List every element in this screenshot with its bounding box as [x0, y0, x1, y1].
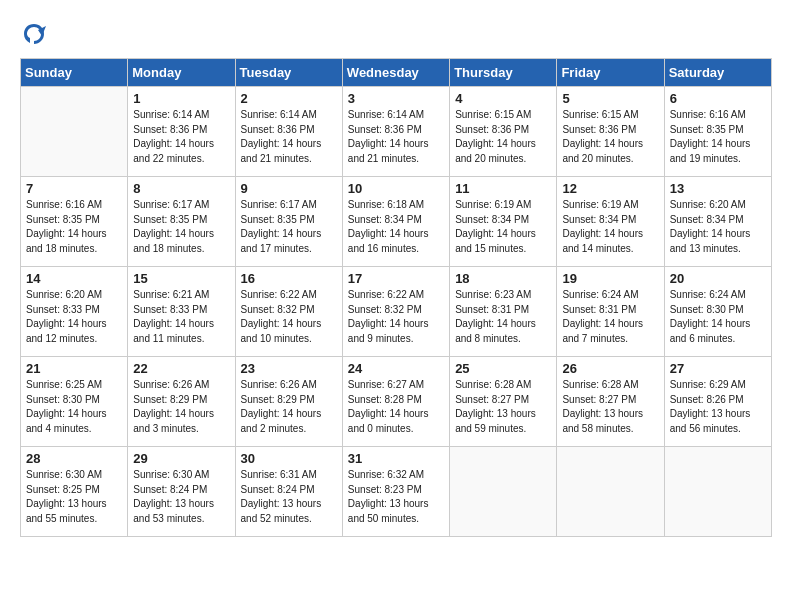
- calendar-cell: 31Sunrise: 6:32 AMSunset: 8:23 PMDayligh…: [342, 447, 449, 537]
- day-number: 18: [455, 271, 551, 286]
- cell-content: Sunrise: 6:23 AMSunset: 8:31 PMDaylight:…: [455, 288, 551, 346]
- cell-content: Sunrise: 6:14 AMSunset: 8:36 PMDaylight:…: [348, 108, 444, 166]
- day-number: 22: [133, 361, 229, 376]
- day-number: 27: [670, 361, 766, 376]
- day-number: 3: [348, 91, 444, 106]
- day-number: 12: [562, 181, 658, 196]
- calendar-cell: 1Sunrise: 6:14 AMSunset: 8:36 PMDaylight…: [128, 87, 235, 177]
- calendar-cell: 29Sunrise: 6:30 AMSunset: 8:24 PMDayligh…: [128, 447, 235, 537]
- calendar-cell: 23Sunrise: 6:26 AMSunset: 8:29 PMDayligh…: [235, 357, 342, 447]
- day-number: 30: [241, 451, 337, 466]
- day-number: 29: [133, 451, 229, 466]
- cell-content: Sunrise: 6:19 AMSunset: 8:34 PMDaylight:…: [455, 198, 551, 256]
- day-number: 1: [133, 91, 229, 106]
- header: [20, 20, 772, 48]
- calendar-cell: 10Sunrise: 6:18 AMSunset: 8:34 PMDayligh…: [342, 177, 449, 267]
- day-number: 10: [348, 181, 444, 196]
- cell-content: Sunrise: 6:14 AMSunset: 8:36 PMDaylight:…: [241, 108, 337, 166]
- day-number: 31: [348, 451, 444, 466]
- cell-content: Sunrise: 6:30 AMSunset: 8:24 PMDaylight:…: [133, 468, 229, 526]
- calendar-cell: 18Sunrise: 6:23 AMSunset: 8:31 PMDayligh…: [450, 267, 557, 357]
- weekday-header-monday: Monday: [128, 59, 235, 87]
- calendar-cell: 25Sunrise: 6:28 AMSunset: 8:27 PMDayligh…: [450, 357, 557, 447]
- weekday-header-tuesday: Tuesday: [235, 59, 342, 87]
- cell-content: Sunrise: 6:24 AMSunset: 8:31 PMDaylight:…: [562, 288, 658, 346]
- cell-content: Sunrise: 6:19 AMSunset: 8:34 PMDaylight:…: [562, 198, 658, 256]
- day-number: 21: [26, 361, 122, 376]
- day-number: 11: [455, 181, 551, 196]
- calendar-cell: [21, 87, 128, 177]
- logo-icon: [20, 20, 48, 48]
- week-row-2: 7Sunrise: 6:16 AMSunset: 8:35 PMDaylight…: [21, 177, 772, 267]
- day-number: 2: [241, 91, 337, 106]
- day-number: 19: [562, 271, 658, 286]
- cell-content: Sunrise: 6:17 AMSunset: 8:35 PMDaylight:…: [133, 198, 229, 256]
- day-number: 17: [348, 271, 444, 286]
- week-row-5: 28Sunrise: 6:30 AMSunset: 8:25 PMDayligh…: [21, 447, 772, 537]
- day-number: 16: [241, 271, 337, 286]
- cell-content: Sunrise: 6:25 AMSunset: 8:30 PMDaylight:…: [26, 378, 122, 436]
- cell-content: Sunrise: 6:24 AMSunset: 8:30 PMDaylight:…: [670, 288, 766, 346]
- calendar-cell: 12Sunrise: 6:19 AMSunset: 8:34 PMDayligh…: [557, 177, 664, 267]
- calendar-cell: [450, 447, 557, 537]
- day-number: 25: [455, 361, 551, 376]
- cell-content: Sunrise: 6:31 AMSunset: 8:24 PMDaylight:…: [241, 468, 337, 526]
- cell-content: Sunrise: 6:15 AMSunset: 8:36 PMDaylight:…: [562, 108, 658, 166]
- day-number: 26: [562, 361, 658, 376]
- cell-content: Sunrise: 6:26 AMSunset: 8:29 PMDaylight:…: [241, 378, 337, 436]
- cell-content: Sunrise: 6:28 AMSunset: 8:27 PMDaylight:…: [455, 378, 551, 436]
- day-number: 13: [670, 181, 766, 196]
- calendar-cell: 26Sunrise: 6:28 AMSunset: 8:27 PMDayligh…: [557, 357, 664, 447]
- calendar-cell: 7Sunrise: 6:16 AMSunset: 8:35 PMDaylight…: [21, 177, 128, 267]
- cell-content: Sunrise: 6:30 AMSunset: 8:25 PMDaylight:…: [26, 468, 122, 526]
- cell-content: Sunrise: 6:26 AMSunset: 8:29 PMDaylight:…: [133, 378, 229, 436]
- cell-content: Sunrise: 6:21 AMSunset: 8:33 PMDaylight:…: [133, 288, 229, 346]
- cell-content: Sunrise: 6:15 AMSunset: 8:36 PMDaylight:…: [455, 108, 551, 166]
- calendar-cell: 9Sunrise: 6:17 AMSunset: 8:35 PMDaylight…: [235, 177, 342, 267]
- calendar-cell: 14Sunrise: 6:20 AMSunset: 8:33 PMDayligh…: [21, 267, 128, 357]
- day-number: 8: [133, 181, 229, 196]
- day-number: 7: [26, 181, 122, 196]
- cell-content: Sunrise: 6:14 AMSunset: 8:36 PMDaylight:…: [133, 108, 229, 166]
- day-number: 15: [133, 271, 229, 286]
- cell-content: Sunrise: 6:20 AMSunset: 8:34 PMDaylight:…: [670, 198, 766, 256]
- weekday-header-wednesday: Wednesday: [342, 59, 449, 87]
- day-number: 6: [670, 91, 766, 106]
- cell-content: Sunrise: 6:32 AMSunset: 8:23 PMDaylight:…: [348, 468, 444, 526]
- calendar-cell: 22Sunrise: 6:26 AMSunset: 8:29 PMDayligh…: [128, 357, 235, 447]
- weekday-header-sunday: Sunday: [21, 59, 128, 87]
- day-number: 23: [241, 361, 337, 376]
- calendar-cell: 16Sunrise: 6:22 AMSunset: 8:32 PMDayligh…: [235, 267, 342, 357]
- day-number: 24: [348, 361, 444, 376]
- calendar-cell: 4Sunrise: 6:15 AMSunset: 8:36 PMDaylight…: [450, 87, 557, 177]
- cell-content: Sunrise: 6:18 AMSunset: 8:34 PMDaylight:…: [348, 198, 444, 256]
- calendar-cell: 6Sunrise: 6:16 AMSunset: 8:35 PMDaylight…: [664, 87, 771, 177]
- calendar-cell: 24Sunrise: 6:27 AMSunset: 8:28 PMDayligh…: [342, 357, 449, 447]
- cell-content: Sunrise: 6:28 AMSunset: 8:27 PMDaylight:…: [562, 378, 658, 436]
- cell-content: Sunrise: 6:16 AMSunset: 8:35 PMDaylight:…: [670, 108, 766, 166]
- calendar-cell: 11Sunrise: 6:19 AMSunset: 8:34 PMDayligh…: [450, 177, 557, 267]
- calendar-cell: 8Sunrise: 6:17 AMSunset: 8:35 PMDaylight…: [128, 177, 235, 267]
- week-row-4: 21Sunrise: 6:25 AMSunset: 8:30 PMDayligh…: [21, 357, 772, 447]
- logo: [20, 20, 52, 48]
- weekday-header-row: SundayMondayTuesdayWednesdayThursdayFrid…: [21, 59, 772, 87]
- calendar-cell: 28Sunrise: 6:30 AMSunset: 8:25 PMDayligh…: [21, 447, 128, 537]
- calendar-cell: 17Sunrise: 6:22 AMSunset: 8:32 PMDayligh…: [342, 267, 449, 357]
- day-number: 14: [26, 271, 122, 286]
- calendar-table: SundayMondayTuesdayWednesdayThursdayFrid…: [20, 58, 772, 537]
- weekday-header-saturday: Saturday: [664, 59, 771, 87]
- day-number: 28: [26, 451, 122, 466]
- day-number: 9: [241, 181, 337, 196]
- calendar-cell: 13Sunrise: 6:20 AMSunset: 8:34 PMDayligh…: [664, 177, 771, 267]
- cell-content: Sunrise: 6:16 AMSunset: 8:35 PMDaylight:…: [26, 198, 122, 256]
- week-row-3: 14Sunrise: 6:20 AMSunset: 8:33 PMDayligh…: [21, 267, 772, 357]
- calendar-cell: 15Sunrise: 6:21 AMSunset: 8:33 PMDayligh…: [128, 267, 235, 357]
- weekday-header-friday: Friday: [557, 59, 664, 87]
- page: SundayMondayTuesdayWednesdayThursdayFrid…: [0, 0, 792, 547]
- cell-content: Sunrise: 6:29 AMSunset: 8:26 PMDaylight:…: [670, 378, 766, 436]
- calendar-cell: 20Sunrise: 6:24 AMSunset: 8:30 PMDayligh…: [664, 267, 771, 357]
- calendar-cell: 2Sunrise: 6:14 AMSunset: 8:36 PMDaylight…: [235, 87, 342, 177]
- week-row-1: 1Sunrise: 6:14 AMSunset: 8:36 PMDaylight…: [21, 87, 772, 177]
- calendar-cell: 27Sunrise: 6:29 AMSunset: 8:26 PMDayligh…: [664, 357, 771, 447]
- day-number: 4: [455, 91, 551, 106]
